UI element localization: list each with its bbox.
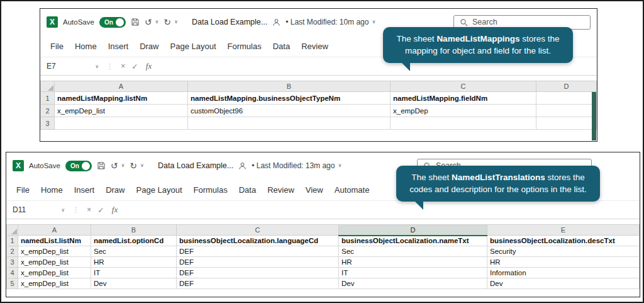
autosave-toggle[interactable]: On: [99, 17, 126, 28]
chevron-down-icon[interactable]: ∨: [372, 20, 375, 25]
cell-D2[interactable]: [536, 105, 597, 117]
ribbon-tab-data[interactable]: Data: [239, 185, 256, 195]
cell-D5[interactable]: Dev: [339, 278, 487, 289]
cell-A2[interactable]: x_empDep_list: [55, 105, 188, 117]
ribbon-tab-home[interactable]: Home: [75, 42, 97, 51]
cell-C5[interactable]: DEF: [177, 278, 339, 289]
cell-C1[interactable]: namedListMapping.fieldNm: [391, 92, 536, 105]
chevron-down-icon[interactable]: ∨: [155, 20, 159, 25]
save-icon[interactable]: [131, 18, 140, 26]
ribbon-tab-data[interactable]: Data: [273, 42, 290, 51]
ribbon-tab-page-layout[interactable]: Page Layout: [170, 42, 216, 51]
enter-icon[interactable]: ✓: [97, 205, 104, 215]
column-header-D[interactable]: D: [339, 225, 487, 236]
name-box[interactable]: E7 ∨: [47, 62, 102, 71]
ribbon-tab-file[interactable]: File: [16, 185, 30, 195]
cell-C3[interactable]: [391, 117, 536, 130]
fx-icon[interactable]: fx: [112, 205, 118, 215]
column-header-A[interactable]: A: [18, 225, 91, 236]
cell-B5[interactable]: Dev: [91, 278, 177, 289]
cell-E3[interactable]: HR: [487, 257, 640, 268]
cell-B2[interactable]: Sec: [91, 246, 177, 257]
row-header-2[interactable]: 2: [7, 246, 18, 257]
ribbon-tab-draw[interactable]: Draw: [106, 185, 125, 195]
column-header-A[interactable]: A: [55, 81, 188, 92]
cell-D3[interactable]: HR: [339, 257, 487, 268]
person-icon[interactable]: [238, 162, 247, 170]
cell-E4[interactable]: Information: [487, 268, 640, 278]
cell-B4[interactable]: IT: [91, 268, 177, 278]
cell-C2[interactable]: x_empDep: [391, 105, 536, 117]
redo-icon[interactable]: ↻: [164, 18, 171, 26]
cell-A3[interactable]: [55, 117, 188, 130]
select-all-corner[interactable]: [41, 81, 55, 92]
ribbon-tab-review[interactable]: Review: [267, 185, 294, 195]
ribbon-tab-formulas[interactable]: Formulas: [194, 185, 228, 195]
ribbon-tab-view[interactable]: View: [306, 185, 323, 195]
ribbon-tab-automate[interactable]: Automate: [335, 185, 370, 195]
autosave-toggle[interactable]: On: [65, 161, 92, 171]
row-header-1[interactable]: 1: [41, 92, 55, 105]
select-all-corner[interactable]: [7, 225, 18, 236]
cell-A1[interactable]: namedListMapping.listNm: [55, 92, 188, 105]
cell-A2[interactable]: x_empDep_list: [18, 246, 91, 257]
chevron-down-icon[interactable]: ∨: [174, 20, 178, 25]
ribbon-tab-formulas[interactable]: Formulas: [228, 42, 262, 51]
last-modified-label[interactable]: • Last Modified: 13m ago: [252, 161, 335, 170]
excel-logo-icon[interactable]: X: [13, 160, 24, 171]
ribbon-tab-review[interactable]: Review: [301, 42, 328, 51]
save-icon[interactable]: [97, 161, 106, 170]
cancel-icon[interactable]: ×: [121, 62, 125, 71]
chevron-down-icon[interactable]: ∨: [140, 163, 144, 168]
row-header-3[interactable]: 3: [41, 117, 55, 130]
cell-C4[interactable]: DEF: [177, 268, 339, 278]
name-box[interactable]: D11 ∨: [13, 205, 68, 214]
cell-C2[interactable]: DEF: [177, 246, 339, 257]
excel-logo-icon[interactable]: X: [47, 16, 58, 28]
undo-icon[interactable]: ↺: [145, 18, 152, 26]
cell-B3[interactable]: HR: [91, 257, 177, 268]
ribbon-tab-file[interactable]: File: [50, 42, 64, 51]
cell-D1[interactable]: businessObjectLocalization.nameTxt: [339, 236, 487, 246]
cell-D1[interactable]: [536, 92, 597, 105]
column-header-C[interactable]: C: [391, 81, 536, 92]
ribbon-tab-insert[interactable]: Insert: [108, 42, 129, 51]
cell-D4[interactable]: IT: [339, 268, 487, 278]
fx-icon[interactable]: fx: [146, 61, 152, 71]
cell-C1[interactable]: businessObjectLocalization.languageCd: [177, 236, 339, 246]
enter-icon[interactable]: ✓: [131, 62, 138, 71]
cell-D2[interactable]: Sec: [339, 246, 487, 257]
redo-icon[interactable]: ↻: [130, 161, 137, 170]
cell-C3[interactable]: DEF: [177, 257, 339, 268]
ribbon-tab-page-layout[interactable]: Page Layout: [136, 185, 182, 195]
last-modified-label[interactable]: • Last Modified: 10m ago: [286, 18, 369, 26]
row-header-2[interactable]: 2: [41, 105, 55, 117]
cell-A4[interactable]: x_empDep_list: [18, 268, 91, 278]
cell-B3[interactable]: [188, 117, 391, 130]
scrollbar-strip[interactable]: [592, 92, 596, 140]
column-header-B[interactable]: B: [188, 81, 391, 92]
cell-D3[interactable]: [536, 117, 597, 130]
ribbon-tab-home[interactable]: Home: [41, 185, 63, 195]
ribbon-tab-draw[interactable]: Draw: [140, 42, 158, 51]
document-title[interactable]: Data Load Example...: [158, 161, 233, 170]
chevron-down-icon[interactable]: ∨: [338, 163, 341, 168]
row-header-3[interactable]: 3: [7, 257, 18, 268]
cell-B1[interactable]: namedList.optionCd: [91, 236, 177, 246]
column-header-D[interactable]: D: [536, 81, 597, 92]
column-header-B[interactable]: B: [91, 225, 177, 236]
cancel-icon[interactable]: ×: [87, 205, 91, 214]
row-header-1[interactable]: 1: [7, 236, 18, 246]
cell-B2[interactable]: customObject96: [188, 105, 391, 117]
cell-E2[interactable]: Security: [487, 246, 640, 257]
undo-icon[interactable]: ↺: [111, 161, 118, 170]
row-header-5[interactable]: 5: [7, 278, 18, 289]
document-title[interactable]: Data Load Example...: [192, 18, 267, 26]
cell-B1[interactable]: namedListMapping.businessObjectTypeNm: [188, 92, 391, 105]
person-icon[interactable]: [272, 18, 280, 26]
column-header-C[interactable]: C: [177, 225, 339, 236]
cell-E5[interactable]: Dev: [487, 278, 640, 289]
column-header-E[interactable]: E: [487, 225, 640, 236]
ribbon-tab-insert[interactable]: Insert: [74, 185, 95, 195]
cell-E1[interactable]: businessObjectLocalization.descTxt: [487, 236, 640, 246]
